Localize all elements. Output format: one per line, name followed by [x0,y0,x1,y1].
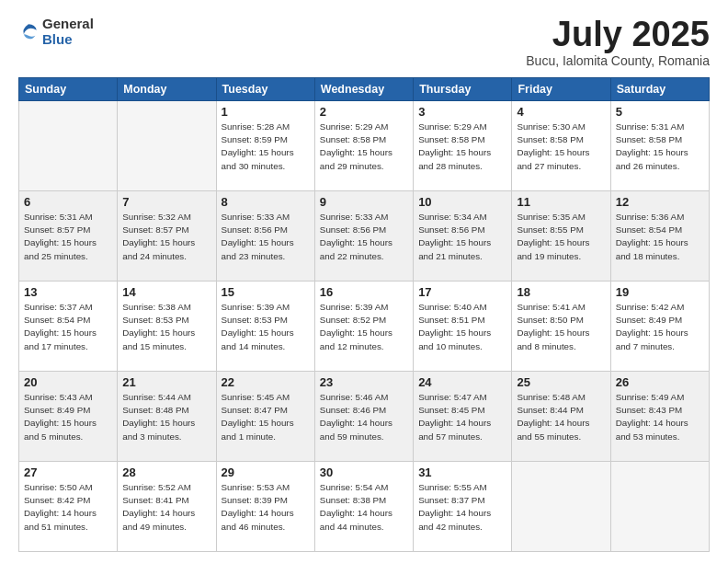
day-info: Sunrise: 5:35 AM Sunset: 8:55 PM Dayligh… [517,211,605,263]
calendar-cell: 2Sunrise: 5:29 AM Sunset: 8:58 PM Daylig… [314,101,413,191]
calendar-cell: 23Sunrise: 5:46 AM Sunset: 8:46 PM Dayli… [314,372,413,462]
day-number: 17 [418,285,506,299]
calendar-cell: 25Sunrise: 5:48 AM Sunset: 8:44 PM Dayli… [512,372,610,462]
day-info: Sunrise: 5:33 AM Sunset: 8:56 PM Dayligh… [320,211,408,263]
calendar-cell: 26Sunrise: 5:49 AM Sunset: 8:43 PM Dayli… [610,372,709,462]
calendar-cell: 17Sunrise: 5:40 AM Sunset: 8:51 PM Dayli… [414,282,512,372]
day-number: 23 [320,375,408,389]
day-info: Sunrise: 5:33 AM Sunset: 8:56 PM Dayligh… [222,211,310,263]
calendar-cell: 18Sunrise: 5:41 AM Sunset: 8:50 PM Dayli… [512,282,610,372]
page: General Blue July 2025 Bucu, Ialomita Co… [0,0,728,563]
logo-icon [18,22,39,42]
day-info: Sunrise: 5:32 AM Sunset: 8:57 PM Dayligh… [122,211,210,263]
day-number: 13 [24,285,112,299]
day-number: 29 [222,465,310,479]
weekday-header-wednesday: Wednesday [314,78,413,101]
logo-blue: Blue [42,32,94,48]
day-number: 20 [24,375,112,389]
calendar-cell: 7Sunrise: 5:32 AM Sunset: 8:57 PM Daylig… [118,191,216,282]
day-info: Sunrise: 5:42 AM Sunset: 8:49 PM Dayligh… [616,301,704,353]
day-number: 3 [418,105,506,119]
calendar-cell: 3Sunrise: 5:29 AM Sunset: 8:58 PM Daylig… [414,101,512,191]
day-info: Sunrise: 5:41 AM Sunset: 8:50 PM Dayligh… [517,301,605,353]
day-info: Sunrise: 5:43 AM Sunset: 8:49 PM Dayligh… [24,391,112,443]
day-number: 11 [517,195,605,209]
day-info: Sunrise: 5:31 AM Sunset: 8:57 PM Dayligh… [24,211,112,263]
day-number: 25 [517,375,605,389]
calendar-cell: 6Sunrise: 5:31 AM Sunset: 8:57 PM Daylig… [19,191,118,282]
calendar-cell [19,101,118,191]
day-info: Sunrise: 5:37 AM Sunset: 8:54 PM Dayligh… [24,301,112,353]
weekday-header-monday: Monday [118,78,216,101]
calendar-cell: 1Sunrise: 5:28 AM Sunset: 8:59 PM Daylig… [216,101,314,191]
location-subtitle: Bucu, Ialomita County, Romania [526,53,710,68]
calendar-cell: 15Sunrise: 5:39 AM Sunset: 8:53 PM Dayli… [216,282,314,372]
day-info: Sunrise: 5:29 AM Sunset: 8:58 PM Dayligh… [418,121,506,173]
day-number: 9 [320,195,408,209]
calendar-table: SundayMondayTuesdayWednesdayThursdayFrid… [18,77,710,552]
day-info: Sunrise: 5:39 AM Sunset: 8:52 PM Dayligh… [320,301,408,353]
day-number: 8 [222,195,310,209]
weekday-header-tuesday: Tuesday [216,78,314,101]
calendar-cell: 19Sunrise: 5:42 AM Sunset: 8:49 PM Dayli… [610,282,709,372]
day-number: 18 [517,285,605,299]
day-info: Sunrise: 5:44 AM Sunset: 8:48 PM Dayligh… [122,391,210,443]
day-number: 7 [122,195,210,209]
day-number: 30 [320,465,408,479]
day-number: 22 [222,375,310,389]
day-info: Sunrise: 5:34 AM Sunset: 8:56 PM Dayligh… [418,211,506,263]
weekday-header-sunday: Sunday [19,78,118,101]
calendar-cell: 9Sunrise: 5:33 AM Sunset: 8:56 PM Daylig… [314,191,413,282]
logo-general: General [42,17,94,32]
day-info: Sunrise: 5:53 AM Sunset: 8:39 PM Dayligh… [222,481,310,534]
day-info: Sunrise: 5:39 AM Sunset: 8:53 PM Dayligh… [222,301,310,353]
day-number: 21 [122,375,210,389]
day-info: Sunrise: 5:28 AM Sunset: 8:59 PM Dayligh… [222,121,310,173]
calendar-cell: 21Sunrise: 5:44 AM Sunset: 8:48 PM Dayli… [118,372,216,462]
day-number: 31 [418,465,506,479]
title-block: July 2025 Bucu, Ialomita County, Romania [526,17,710,68]
weekday-header-saturday: Saturday [610,78,709,101]
month-title: July 2025 [526,17,710,52]
weekday-header-row: SundayMondayTuesdayWednesdayThursdayFrid… [19,78,710,101]
day-info: Sunrise: 5:55 AM Sunset: 8:37 PM Dayligh… [418,481,506,534]
day-info: Sunrise: 5:40 AM Sunset: 8:51 PM Dayligh… [418,301,506,353]
day-number: 16 [320,285,408,299]
day-number: 28 [122,465,210,479]
calendar-cell [610,462,709,552]
calendar-cell: 14Sunrise: 5:38 AM Sunset: 8:53 PM Dayli… [118,282,216,372]
weekday-header-friday: Friday [512,78,610,101]
day-info: Sunrise: 5:47 AM Sunset: 8:45 PM Dayligh… [418,391,506,443]
day-number: 10 [418,195,506,209]
day-number: 24 [418,375,506,389]
day-number: 27 [24,465,112,479]
calendar-cell: 4Sunrise: 5:30 AM Sunset: 8:58 PM Daylig… [512,101,610,191]
day-info: Sunrise: 5:52 AM Sunset: 8:41 PM Dayligh… [122,481,210,534]
week-row-1: 1Sunrise: 5:28 AM Sunset: 8:59 PM Daylig… [19,101,710,191]
calendar-cell: 5Sunrise: 5:31 AM Sunset: 8:58 PM Daylig… [610,101,709,191]
day-info: Sunrise: 5:54 AM Sunset: 8:38 PM Dayligh… [320,481,408,534]
calendar-cell: 20Sunrise: 5:43 AM Sunset: 8:49 PM Dayli… [19,372,118,462]
day-info: Sunrise: 5:31 AM Sunset: 8:58 PM Dayligh… [616,121,704,173]
calendar-cell: 30Sunrise: 5:54 AM Sunset: 8:38 PM Dayli… [314,462,413,552]
day-info: Sunrise: 5:48 AM Sunset: 8:44 PM Dayligh… [517,391,605,443]
week-row-2: 6Sunrise: 5:31 AM Sunset: 8:57 PM Daylig… [19,191,710,282]
day-info: Sunrise: 5:45 AM Sunset: 8:47 PM Dayligh… [222,391,310,443]
calendar-cell: 12Sunrise: 5:36 AM Sunset: 8:54 PM Dayli… [610,191,709,282]
day-info: Sunrise: 5:49 AM Sunset: 8:43 PM Dayligh… [616,391,704,443]
calendar-cell: 10Sunrise: 5:34 AM Sunset: 8:56 PM Dayli… [414,191,512,282]
calendar-cell: 28Sunrise: 5:52 AM Sunset: 8:41 PM Dayli… [118,462,216,552]
day-info: Sunrise: 5:30 AM Sunset: 8:58 PM Dayligh… [517,121,605,173]
day-number: 1 [222,105,310,119]
calendar-cell: 16Sunrise: 5:39 AM Sunset: 8:52 PM Dayli… [314,282,413,372]
calendar-cell: 29Sunrise: 5:53 AM Sunset: 8:39 PM Dayli… [216,462,314,552]
calendar-cell: 31Sunrise: 5:55 AM Sunset: 8:37 PM Dayli… [414,462,512,552]
day-number: 15 [222,285,310,299]
day-number: 12 [616,195,704,209]
day-info: Sunrise: 5:38 AM Sunset: 8:53 PM Dayligh… [122,301,210,353]
day-number: 5 [616,105,704,119]
week-row-4: 20Sunrise: 5:43 AM Sunset: 8:49 PM Dayli… [19,372,710,462]
week-row-3: 13Sunrise: 5:37 AM Sunset: 8:54 PM Dayli… [19,282,710,372]
logo-text: General Blue [42,17,94,47]
day-info: Sunrise: 5:50 AM Sunset: 8:42 PM Dayligh… [24,481,112,534]
